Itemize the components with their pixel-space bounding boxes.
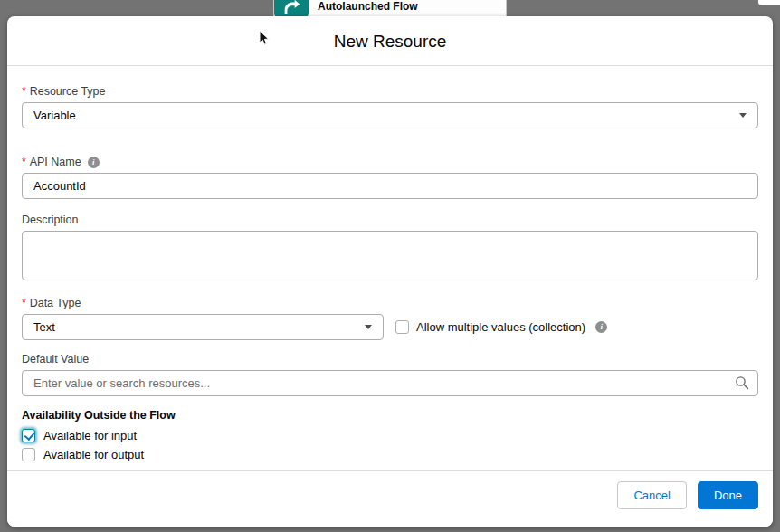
required-asterisk: * <box>22 297 26 309</box>
resource-type-select[interactable]: Variable <box>22 102 758 128</box>
allow-multiple-checkbox[interactable] <box>395 320 409 334</box>
done-button[interactable]: Done <box>698 481 758 509</box>
available-for-input-row: Available for input <box>22 429 758 442</box>
new-resource-modal: New Resource * Resource Type Variable * … <box>7 16 773 527</box>
modal-body: * Resource Type Variable * API Name i De… <box>7 66 773 461</box>
description-label: Description <box>22 214 758 226</box>
default-value-label: Default Value <box>22 353 758 366</box>
description-field: Description <box>22 214 758 284</box>
default-value-input[interactable] <box>22 370 758 396</box>
available-for-input-label: Available for input <box>43 429 137 442</box>
resource-type-value: Variable <box>33 109 76 122</box>
background-flow-card: Autolaunched Flow <box>273 0 507 16</box>
required-asterisk: * <box>22 85 26 98</box>
info-icon[interactable]: i <box>595 321 607 333</box>
available-for-output-row: Available for output <box>22 448 758 461</box>
modal-header: New Resource <box>7 16 773 66</box>
data-type-label: * Data Type <box>22 297 758 309</box>
info-icon[interactable]: i <box>88 157 100 168</box>
available-for-output-label: Available for output <box>43 448 144 461</box>
modal-title: New Resource <box>22 32 758 52</box>
resource-type-label: * Resource Type <box>22 85 758 98</box>
api-name-label: * API Name i <box>22 156 758 168</box>
resource-type-field: * Resource Type Variable <box>22 85 758 128</box>
flow-glyph <box>281 0 301 16</box>
chevron-down-icon <box>365 325 372 329</box>
available-for-output-checkbox[interactable] <box>22 448 35 461</box>
available-for-input-checkbox[interactable] <box>22 429 35 442</box>
allow-multiple-label: Allow multiple values (collection) <box>416 320 585 334</box>
chevron-down-icon <box>739 113 747 118</box>
background-button-fragment <box>758 0 780 5</box>
default-value-field: Default Value <box>22 353 758 396</box>
data-type-field: * Data Type Text Allow multiple values (… <box>22 297 758 340</box>
required-asterisk: * <box>22 156 26 168</box>
availability-heading: Availability Outside the Flow <box>22 409 758 422</box>
description-textarea[interactable] <box>22 231 758 280</box>
api-name-field: * API Name i <box>22 156 758 199</box>
autolaunched-flow-icon <box>274 0 309 16</box>
availability-section: Availability Outside the Flow Available … <box>22 409 758 461</box>
search-icon[interactable] <box>735 375 749 390</box>
background-flow-title: Autolaunched Flow <box>309 0 506 14</box>
data-type-value: Text <box>33 320 55 334</box>
modal-footer: Cancel Done <box>7 470 773 527</box>
data-type-select[interactable]: Text <box>22 314 384 340</box>
cancel-button[interactable]: Cancel <box>617 481 686 509</box>
api-name-input[interactable] <box>22 173 758 199</box>
